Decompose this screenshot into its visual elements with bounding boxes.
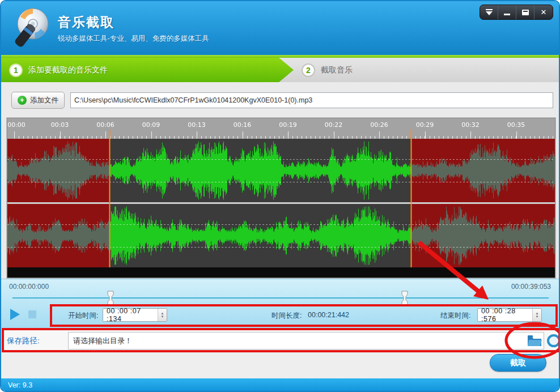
file-row: + 添加文件	[1, 82, 559, 117]
start-time-field[interactable]: 00 :00 :07 :134 ▲ ▼	[103, 308, 167, 322]
waveform-canvas[interactable]	[7, 118, 555, 278]
step1-label: 添加要截取的音乐文件	[28, 65, 108, 75]
duration-value: 00:00:21:442	[308, 311, 349, 319]
browse-folder-icon[interactable]	[527, 335, 542, 347]
tab-step1-add-file[interactable]: 1 添加要截取的音乐文件	[1, 58, 294, 82]
end-time-spinner[interactable]: ▲ ▼	[532, 309, 541, 321]
current-position: 00:00:00:000	[9, 283, 49, 291]
maximize-button[interactable]	[516, 5, 534, 19]
start-time-label: 开始时间:	[68, 311, 98, 321]
plus-icon: +	[18, 96, 27, 105]
playback-panel: 00:00:00:000 00:00:39:053 开始时间: 00 :00 :…	[1, 279, 559, 328]
app-window: 音乐截取 锐动多媒体工具-专业、易用、免费的多媒体工具 ✕ 1 添加要截取的音乐…	[0, 0, 560, 392]
start-time-value: 00 :00 :07 :134	[103, 307, 158, 323]
version-text: Ver: 9.3	[8, 381, 32, 389]
close-button[interactable]: ✕	[534, 5, 553, 19]
tab-step2-cut-music[interactable]: 2 截取音乐	[302, 58, 353, 82]
add-file-label: 添加文件	[30, 96, 58, 105]
file-path-input[interactable]	[70, 92, 553, 108]
minimize-icon	[504, 14, 510, 15]
spin-down-icon: ▼	[536, 315, 539, 318]
end-time-field[interactable]: 00 :00 :28 :576 ▲ ▼	[477, 308, 542, 322]
skin-menu-icon	[486, 9, 493, 10]
app-logo-icon	[8, 6, 52, 51]
close-icon: ✕	[541, 8, 547, 16]
app-title: 音乐截取	[58, 14, 114, 31]
step-bar: 1 添加要截取的音乐文件 2 截取音乐	[1, 58, 559, 82]
spin-down-icon: ▼	[161, 315, 164, 318]
save-path-input[interactable]	[68, 332, 544, 350]
open-output-icon[interactable]	[547, 334, 560, 347]
end-time-value: 00 :00 :28 :576	[478, 307, 532, 323]
waveform-panel	[6, 117, 556, 279]
save-path-row: 保存路径:	[1, 328, 559, 352]
step2-number: 2	[302, 63, 315, 77]
status-bar: Ver: 9.3	[1, 378, 559, 392]
end-time-label: 结束时间:	[440, 311, 470, 321]
add-file-button[interactable]: + 添加文件	[11, 92, 65, 109]
selection-slider-track[interactable]	[12, 297, 549, 299]
maximize-icon	[522, 10, 529, 15]
slider-handle-start[interactable]	[107, 291, 114, 306]
titlebar: 音乐截取 锐动多媒体工具-专业、易用、免费的多媒体工具 ✕	[1, 1, 559, 55]
stop-button[interactable]	[28, 310, 36, 318]
play-button[interactable]	[10, 309, 20, 320]
cut-button[interactable]: 截取	[490, 354, 546, 372]
time-controls-row: 开始时间: 00 :00 :07 :134 ▲ ▼ 时间长度: 00:00:21…	[1, 304, 559, 329]
window-controls: ✕	[480, 5, 553, 20]
step2-label: 截取音乐	[321, 65, 353, 75]
skin-menu-button[interactable]	[480, 5, 498, 19]
duration-label: 时间长度:	[271, 311, 302, 321]
bottom-row: 截取	[1, 352, 559, 378]
step1-number: 1	[9, 63, 23, 77]
start-time-spinner[interactable]: ▲ ▼	[158, 309, 167, 321]
app-subtitle: 锐动多媒体工具-专业、易用、免费的多媒体工具	[58, 34, 209, 44]
slider-handle-end[interactable]	[401, 291, 409, 306]
total-duration: 00:00:39:053	[511, 283, 551, 291]
minimize-button[interactable]	[498, 5, 516, 19]
save-path-label: 保存路径:	[7, 336, 40, 346]
